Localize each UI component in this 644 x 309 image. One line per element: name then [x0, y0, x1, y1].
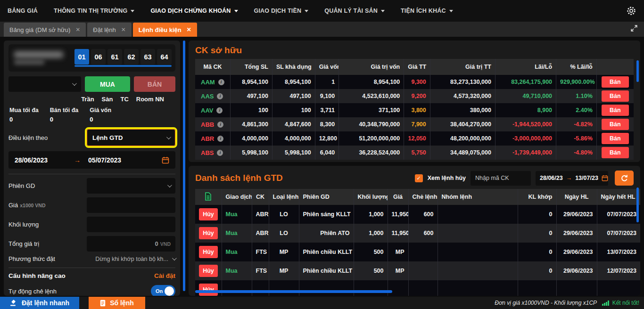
cell-kl-khop: 0	[518, 224, 556, 243]
auto-split-toggle[interactable]: On	[151, 285, 175, 296]
chevron-down-icon	[167, 183, 172, 187]
condition-type-select[interactable]: Lệnh GTD	[87, 129, 175, 146]
settings-link[interactable]: Cài đặt	[154, 272, 175, 279]
nav-giao-dich-tien[interactable]: GIAO DỊCH TIỀN	[254, 8, 309, 14]
cell-loai-lenh: MP	[269, 261, 299, 280]
sell-row-button[interactable]: Bán	[602, 90, 629, 102]
active-tab-underline	[74, 65, 172, 67]
sub-account-62[interactable]: 62	[124, 49, 139, 65]
cell-side: Mua	[222, 205, 252, 224]
show-cancelled-checkbox[interactable]	[415, 174, 423, 182]
nav-giao-dich-chung-khoan[interactable]: GIAO DỊCH CHỨNG KHOÁN	[150, 8, 238, 14]
symbol: AAS	[201, 93, 214, 100]
cancel-order-button[interactable]: Hủy	[199, 265, 218, 277]
buy-button[interactable]: MUA	[85, 76, 130, 92]
gtd-date-range[interactable]: 28/06/23 13/07/23	[536, 171, 608, 186]
account-card: 01 06 61 62 63 64	[8, 44, 175, 72]
tab-lenh-dieu-kien[interactable]: Lệnh điều kiện✕	[133, 23, 197, 37]
sub-account-06[interactable]: 06	[91, 49, 106, 65]
sell-row-button[interactable]: Bán	[602, 133, 629, 144]
advanced-config-label: Cấu hình nâng cao	[8, 272, 66, 279]
vertical-scrollbar[interactable]	[636, 60, 639, 82]
symbol-select[interactable]	[8, 76, 81, 92]
table-row: ABR 4,000,000 4,000,000 12,800 51,200,00…	[195, 131, 634, 146]
col-gia-tri-tt: Giá trị TT	[430, 59, 495, 75]
symbol-filter-input[interactable]	[471, 171, 531, 186]
cell-ck: FTS	[252, 261, 269, 280]
sell-row-button[interactable]: Bán	[602, 76, 629, 88]
total-unit: VND	[160, 241, 171, 247]
price-input[interactable]	[87, 197, 175, 213]
placement-method-select[interactable]: Dừng khi khớp toàn bộ kh...	[81, 256, 175, 262]
cell-gia-tt: 9,300	[404, 75, 430, 89]
date-to[interactable]: 05/07/2023	[88, 156, 121, 164]
nav-tien-ich-khac[interactable]: TIỆN ÍCH KHÁC	[401, 8, 453, 14]
cell-gia-tri-von: 40,348,790,000	[339, 117, 404, 131]
quick-order-button[interactable]: Đặt lệnh nhanh	[0, 297, 79, 309]
nav-quan-ly-tai-san[interactable]: QUẢN LÝ TÀI SẢN	[324, 8, 385, 14]
cell-side: Mua	[222, 224, 252, 243]
refresh-button[interactable]	[615, 171, 634, 186]
sub-account-63[interactable]: 63	[140, 49, 155, 65]
session-select[interactable]	[87, 178, 175, 194]
info-icon[interactable]	[218, 79, 224, 85]
date-to[interactable]: 13/07/23	[575, 175, 598, 181]
cell-kl-khop: 0	[518, 243, 556, 261]
cell-gia-tri-von: 4,523,610,000	[339, 89, 404, 103]
cell-nhom-lenh	[438, 261, 518, 280]
close-icon[interactable]: ✕	[75, 26, 80, 33]
quantity-input[interactable]	[87, 217, 175, 232]
sub-account-61[interactable]: 61	[107, 49, 122, 65]
sub-account-01[interactable]: 01	[74, 49, 89, 65]
col-pct-lai-lo: % Lãi/lỗ	[556, 59, 597, 75]
info-icon[interactable]	[217, 93, 223, 99]
sell-row-button[interactable]: Bán	[602, 105, 629, 116]
sub-account-64[interactable]: 64	[157, 49, 172, 65]
info-icon[interactable]	[217, 122, 223, 128]
order-book-button[interactable]: Sổ lệnh	[89, 297, 145, 309]
chevron-down-icon	[234, 10, 238, 12]
info-icon[interactable]	[217, 150, 223, 156]
unit-note: Đơn vị giá x1000VND - Khối lượng x1CP	[495, 300, 597, 306]
panel-scrollbar[interactable]	[183, 41, 185, 291]
table-row: ABS 5,998,100 5,998,100 6,040 36,228,524…	[195, 146, 634, 160]
signal-strength-icon	[602, 301, 609, 306]
gear-icon[interactable]	[626, 6, 636, 16]
cancel-order-button[interactable]: Hủy	[199, 208, 218, 220]
calendar-icon[interactable]	[162, 156, 169, 164]
sell-row-button[interactable]: Bán	[602, 119, 629, 130]
date-from[interactable]: 28/06/2023	[15, 156, 48, 164]
cell-loai-lenh: LO	[269, 224, 299, 243]
vertical-scrollbar[interactable]	[636, 187, 639, 222]
nav-thong-tin-thi-truong[interactable]: THÔNG TIN THỊ TRƯỜNG	[54, 8, 134, 14]
cell-gia-tri-tt: 48,200,000,000	[430, 131, 495, 146]
cancel-order-button[interactable]: Hủy	[199, 227, 218, 239]
nav-bang-gia[interactable]: BẢNG GIÁ	[8, 8, 38, 14]
info-icon[interactable]	[217, 136, 223, 142]
sell-row-button[interactable]: Bán	[602, 147, 629, 158]
tab-label: Lệnh điều kiện	[139, 26, 182, 33]
right-column: CK sở hữu Mã CK Tổng SL SL khả dụng Giá …	[189, 41, 640, 296]
cancel-order-button[interactable]: Hủy	[199, 246, 218, 258]
cell-lai-lo: 83,264,175,900	[495, 75, 556, 89]
close-icon[interactable]: ✕	[187, 26, 191, 33]
date-from[interactable]: 28/06/23	[540, 175, 563, 181]
session-label: Phiên GD	[8, 182, 35, 189]
expand-icon[interactable]	[631, 25, 637, 33]
tab-bang-gia-dm-so-huu[interactable]: Bảng giá (DM sở hữu)✕	[4, 23, 86, 37]
cell-ngay-het-hl: 07/07/2023	[597, 205, 640, 224]
validity-date-range[interactable]: 28/06/2023 05/07/2023	[8, 151, 175, 169]
table-row-partial: Hủy	[195, 280, 640, 296]
cell-ngay-het-hl: 07/07/2023	[597, 224, 640, 243]
col-gia-von: Giá vốn	[315, 59, 339, 75]
info-icon[interactable]	[216, 107, 223, 114]
horizontal-scrollbar[interactable]	[195, 290, 392, 293]
cancel-order-button[interactable]: Hủy	[199, 284, 218, 296]
cell-ngay-het-hl: 12/07/2023	[597, 261, 640, 280]
calendar-icon[interactable]	[602, 175, 608, 181]
sell-button[interactable]: BÁN	[134, 76, 175, 92]
export-column-header[interactable]	[195, 189, 222, 205]
close-icon[interactable]: ✕	[121, 26, 126, 33]
placement-method-value: Dừng khi khớp toàn bộ kh...	[95, 256, 168, 262]
tab-dat-lenh[interactable]: Đặt lệnh✕	[87, 23, 131, 37]
